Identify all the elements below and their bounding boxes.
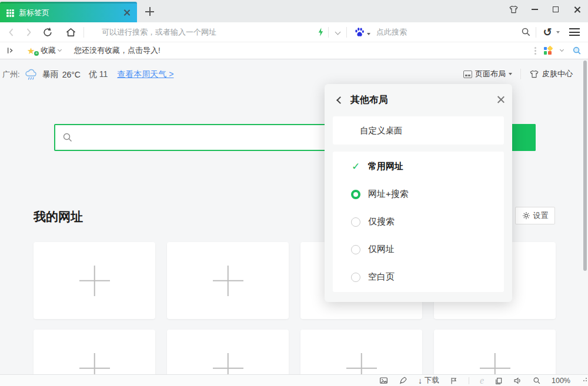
quick-access-button[interactable] — [313, 24, 328, 41]
window-controls — [507, 4, 583, 15]
check-icon: ✓ — [352, 162, 360, 172]
address-bar-input[interactable]: 可以进行搜索，或者输入一个网址 — [102, 27, 313, 38]
add-site-tile[interactable] — [167, 330, 289, 374]
sidebar-expand-icon — [6, 46, 15, 55]
back-icon[interactable] — [336, 96, 344, 104]
bookmarks-empty-hint[interactable]: 您还没有收藏，点击导入! — [74, 45, 161, 56]
download-label: 下载 — [425, 375, 439, 385]
plus-icon — [145, 7, 154, 16]
layout-icon — [463, 71, 472, 78]
skin-center-button[interactable]: 皮肤中心 — [529, 69, 573, 79]
maximize-button[interactable] — [549, 4, 562, 15]
apps-dropdown-button[interactable] — [555, 42, 568, 59]
add-tile-icon — [79, 353, 110, 375]
layout-option-common-sites[interactable]: ✓ 常用网址 — [333, 153, 504, 180]
shirt-icon — [529, 70, 539, 78]
my-sites-title: 我的网址 — [34, 209, 83, 225]
chevron-down-icon[interactable] — [58, 48, 62, 52]
weather-condition: 暴雨 — [42, 69, 59, 80]
image-icon — [379, 377, 388, 385]
add-site-tile[interactable] — [300, 330, 422, 374]
radio-icon — [351, 217, 360, 227]
layout-option-sites-only[interactable]: 仅网址 — [333, 236, 504, 263]
refresh-icon — [42, 27, 53, 38]
search-icon — [521, 27, 531, 37]
tab-new-page[interactable]: 新标签页 — [0, 2, 137, 22]
weather-widget: 广州: 暴雨 26°C 优 11 查看本周天气 > — [2, 69, 173, 80]
other-layouts-popup: 其他布局 自定义桌面 ✓ 常用网址 网址+搜索 仅搜索 仅网址 — [325, 84, 512, 302]
zoom-button[interactable] — [533, 377, 541, 385]
restore-tab-button[interactable]: ↺ — [539, 24, 556, 41]
favorites-label[interactable]: 收藏 — [41, 45, 56, 56]
new-tab-button[interactable] — [145, 7, 154, 18]
search-hint[interactable]: 点此搜索 — [376, 27, 407, 38]
scrollbar-thumb[interactable] — [583, 61, 587, 271]
minimize-icon — [532, 9, 538, 10]
main-menu-button[interactable] — [564, 24, 584, 41]
download-icon: ↓ — [418, 377, 422, 385]
boost-button[interactable] — [399, 376, 407, 385]
bookmarks-bar: ★ + 收藏 您还没有收藏，点击导入! — [0, 42, 588, 59]
popup-close-button[interactable] — [497, 95, 504, 105]
add-site-tile[interactable] — [34, 330, 155, 374]
forward-button[interactable] — [20, 24, 38, 41]
weather-air-quality: 优 11 — [89, 69, 108, 80]
vertical-dots-icon — [534, 47, 536, 49]
menu-icon — [569, 28, 580, 36]
theme-shirt-button[interactable] — [507, 4, 520, 15]
address-dropdown-button[interactable] — [329, 24, 346, 41]
download-button[interactable]: ↓ 下载 — [418, 375, 439, 385]
tab-title: 新标签页 — [19, 8, 123, 18]
radio-icon — [351, 245, 360, 254]
add-site-tile[interactable] — [167, 242, 289, 319]
home-icon — [65, 27, 76, 37]
layout-option-search-only[interactable]: 仅搜索 — [333, 208, 504, 236]
custom-desktop-label: 自定义桌面 — [360, 125, 403, 136]
settings-button[interactable]: 设置 — [515, 207, 555, 224]
media-button[interactable] — [379, 377, 388, 385]
layout-option-sites-and-search[interactable]: 网址+搜索 — [333, 180, 504, 208]
find-button[interactable] — [516, 24, 536, 41]
add-site-tile[interactable] — [434, 330, 556, 374]
restore-window-button[interactable] — [495, 377, 503, 385]
engine-dropdown-icon[interactable] — [367, 33, 370, 35]
screenshot-button[interactable] — [568, 42, 586, 59]
back-button[interactable] — [2, 24, 20, 41]
favorites-button[interactable]: ★ + — [27, 46, 37, 55]
zoom-level[interactable]: 100% — [552, 377, 570, 385]
restore-dropdown-icon[interactable] — [556, 31, 560, 33]
popup-title: 其他布局 — [350, 94, 388, 106]
add-site-tile[interactable] — [34, 242, 155, 319]
more-options-button[interactable] — [530, 42, 540, 59]
layout-option-blank-page[interactable]: 空白页 — [333, 263, 504, 291]
mute-button[interactable] — [513, 377, 522, 385]
shirt-icon — [509, 5, 519, 14]
layout-dropdown-icon — [509, 73, 512, 75]
feedback-button[interactable] — [450, 377, 458, 385]
apps-grid-icon — [544, 47, 552, 55]
sidebar-toggle-button[interactable] — [0, 42, 21, 59]
forward-icon — [26, 28, 32, 37]
ie-mode-button[interactable]: e — [480, 376, 484, 385]
add-tile-icon — [480, 353, 510, 375]
search-engine-button[interactable] — [349, 24, 369, 41]
tab-close-button[interactable] — [123, 8, 130, 18]
home-button[interactable] — [58, 24, 83, 41]
page-layout-button[interactable]: 页面布局 — [463, 69, 512, 79]
skin-center-label: 皮肤中心 — [542, 69, 573, 79]
apps-button[interactable] — [540, 42, 555, 59]
browser-window: 新标签页 可以进行搜索，或者输入一个网址 — [0, 0, 588, 386]
weather-forecast-link[interactable]: 查看本周天气 > — [117, 69, 173, 80]
refresh-button[interactable] — [38, 24, 58, 41]
star-plus-badge: + — [34, 51, 39, 56]
custom-desktop-option[interactable]: 自定义桌面 — [333, 116, 504, 145]
page-top-actions: 页面布局 皮肤中心 — [463, 69, 573, 79]
weather-temperature: 26°C — [62, 70, 81, 79]
close-window-button[interactable] — [570, 4, 583, 15]
settings-label: 设置 — [533, 210, 549, 221]
ie-icon: e — [480, 376, 484, 385]
chevron-down-icon — [559, 48, 563, 52]
minimize-button[interactable] — [528, 4, 541, 15]
resize-grip-icon[interactable] — [583, 380, 584, 381]
search-icon — [62, 132, 73, 143]
